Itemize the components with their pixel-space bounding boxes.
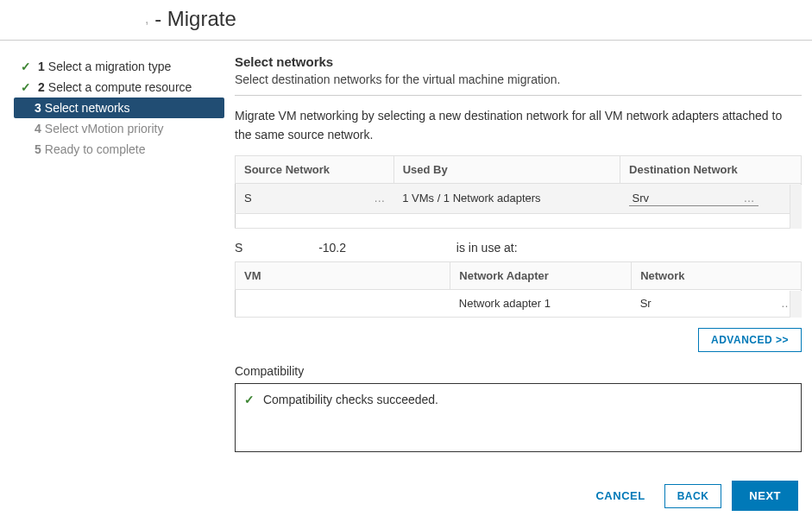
wizard-steps-sidebar: ✓ 1 Select a migration type ✓ 2 Select a… [10,51,224,452]
scrollbar[interactable] [790,291,802,318]
divider [235,95,802,96]
section-subtitle: Select destination networks for the virt… [235,72,802,86]
col-network[interactable]: Network [632,261,802,289]
wizard-header: , - Migrate [0,0,812,41]
step-select-networks[interactable]: 3 Select networks [14,98,224,118]
step-label: Select networks [45,101,130,115]
source-network-table: Source Network Used By Destination Netwo… [235,155,802,229]
vm-adapter-table: VM Network Adapter Network Network adapt… [235,261,802,318]
in-use-text: S -10.2 is in use at: [235,241,802,255]
main-content: Select networks Select destination netwo… [224,51,802,452]
page-title: , - Migrate [145,7,236,30]
section-description: Migrate VM networking by selecting a new… [235,106,802,145]
compatibility-box: ✓ Compatibility checks succeeded. [235,383,802,452]
step-compute-resource[interactable]: ✓ 2 Select a compute resource [14,77,224,98]
col-vm[interactable]: VM [236,261,450,289]
cell-network: Sr … [632,289,802,317]
table-row[interactable]: Network adapter 1 Sr … [236,289,802,317]
cancel-button[interactable]: CANCEL [587,482,653,509]
col-used-by[interactable]: Used By [393,155,620,183]
step-label: Ready to complete [45,142,146,156]
check-icon: ✓ [244,393,255,406]
compatibility-title: Compatibility [235,364,802,378]
col-network-adapter[interactable]: Network Adapter [450,261,632,289]
compatibility-message: Compatibility checks succeeded. [263,393,438,406]
cell-source: S … [236,183,394,213]
check-icon: ✓ [21,60,35,73]
section-heading: Select networks [235,54,802,69]
step-label: Select a migration type [48,60,171,73]
col-source-network[interactable]: Source Network [236,155,394,183]
step-ready-complete: 5 Ready to complete [14,139,224,160]
back-button[interactable]: BACK [664,484,722,508]
step-label: Select a compute resource [48,80,192,94]
step-label: Select vMotion priority [45,122,164,135]
advanced-button[interactable]: ADVANCED >> [698,328,802,352]
cell-destination[interactable]: Srv … [620,183,802,213]
destination-network-select: Srv … [629,191,758,206]
cell-usedby: 1 VMs / 1 Network adapters [393,183,620,213]
step-migration-type[interactable]: ✓ 1 Select a migration type [14,56,224,77]
col-destination-network[interactable]: Destination Network [620,155,802,183]
scrollbar[interactable] [790,185,802,229]
step-vmotion-priority: 4 Select vMotion priority [14,118,224,139]
wizard-footer: CANCEL BACK NEXT [587,481,798,511]
table-row[interactable]: S … 1 VMs / 1 Network adapters Srv … [236,183,802,213]
check-icon: ✓ [21,80,35,94]
cell-adapter: Network adapter 1 [450,289,632,317]
cell-vm [236,289,450,317]
next-button[interactable]: NEXT [732,481,798,511]
